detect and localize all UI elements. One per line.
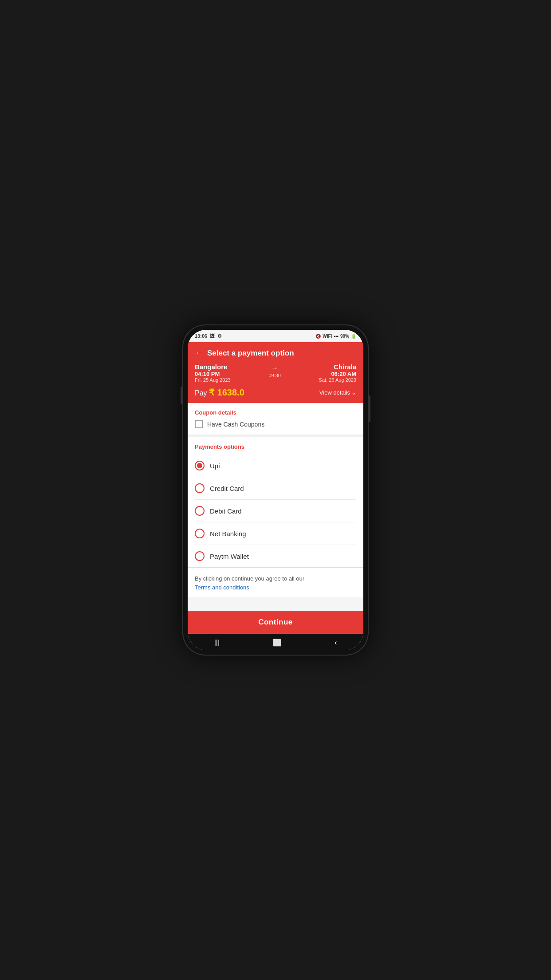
journey-info: Bangalore 04:10 PM Fri, 25 Aug 2023 → 09… (195, 363, 356, 383)
journey-duration: 09:30 (268, 373, 281, 378)
payment-option-debit-card[interactable]: Debit Card (195, 500, 356, 522)
terms-text: By clicking on continue you agree to all… (195, 575, 304, 582)
mute-icon: 🔇 (315, 334, 321, 339)
payment-options-section: Payments options Upi Credit Card Debit (188, 437, 363, 567)
volume-button (181, 387, 182, 404)
recent-apps-icon[interactable]: ||| (214, 639, 220, 647)
coupon-section: Coupon details Have Cash Coupons (188, 403, 363, 435)
terms-section: By clicking on continue you agree to all… (188, 568, 363, 597)
back-nav-icon[interactable]: ‹ (335, 639, 337, 647)
page-title: Select a payment option (207, 349, 294, 358)
pay-amount: ₹ 1638.0 (209, 387, 244, 397)
radio-paytm-wallet[interactable] (195, 551, 205, 561)
coupon-row[interactable]: Have Cash Coupons (195, 420, 356, 435)
payment-label-upi: Upi (210, 462, 220, 470)
radio-credit-card[interactable] (195, 483, 205, 493)
radio-debit-card[interactable] (195, 506, 205, 516)
status-bar: 13:06 🖼 ⚙ 🔇 WiFi ▪▪▪ 90% 🔋 (188, 330, 363, 342)
terms-link[interactable]: Terms and conditions (195, 584, 356, 591)
home-icon[interactable]: ⬜ (273, 638, 282, 647)
signal-icon: ▪▪▪ (334, 334, 338, 339)
main-content: Coupon details Have Cash Coupons Payment… (188, 403, 363, 611)
pay-row: Pay ₹ 1638.0 View details ⌄ (195, 387, 356, 398)
radio-net-banking[interactable] (195, 529, 205, 538)
app-header: ← Select a payment option Bangalore 04:1… (188, 342, 363, 403)
wifi-icon: WiFi (323, 334, 332, 339)
phone-screen: 13:06 🖼 ⚙ 🔇 WiFi ▪▪▪ 90% 🔋 ← Select a pa… (188, 330, 363, 650)
payment-option-paytm-wallet[interactable]: Paytm Wallet (195, 545, 356, 567)
coupon-section-title: Coupon details (195, 409, 356, 416)
power-button (369, 395, 370, 422)
coupon-checkbox[interactable] (195, 420, 203, 428)
journey-middle: → 09:30 (268, 363, 281, 378)
dest-city: Chirala (319, 363, 356, 371)
nav-bar: ||| ⬜ ‹ (188, 634, 363, 650)
payment-label-paytm-wallet: Paytm Wallet (210, 553, 249, 560)
pay-label: Pay (195, 389, 207, 397)
back-button[interactable]: ← (195, 348, 203, 358)
payment-section-title: Payments options (195, 443, 356, 450)
origin-date: Fri, 25 Aug 2023 (195, 377, 231, 383)
status-left: 13:06 🖼 ⚙ (195, 333, 222, 339)
payment-label-net-banking: Net Banking (210, 530, 246, 537)
dest-time: 06:20 AM (319, 371, 356, 377)
journey-destination: Chirala 06:20 AM Sat, 26 Aug 2023 (319, 363, 356, 383)
phone-frame: 13:06 🖼 ⚙ 🔇 WiFi ▪▪▪ 90% 🔋 ← Select a pa… (182, 324, 369, 656)
origin-city: Bangalore (195, 363, 231, 371)
journey-origin: Bangalore 04:10 PM Fri, 25 Aug 2023 (195, 363, 231, 383)
time-display: 13:06 (195, 333, 207, 339)
origin-time: 04:10 PM (195, 371, 231, 377)
battery-icon: 🔋 (351, 334, 356, 339)
header-nav: ← Select a payment option (195, 348, 356, 358)
chevron-down-icon: ⌄ (351, 389, 356, 396)
pay-info: Pay ₹ 1638.0 (195, 387, 244, 398)
dest-date: Sat, 26 Aug 2023 (319, 377, 356, 383)
coupon-label: Have Cash Coupons (207, 421, 264, 428)
payment-option-upi[interactable]: Upi (195, 454, 356, 477)
payment-label-credit-card: Credit Card (210, 485, 244, 492)
radio-upi[interactable] (195, 461, 205, 470)
sync-icon: ⚙ (217, 333, 222, 339)
continue-button[interactable]: Continue (188, 611, 363, 634)
payment-option-credit-card[interactable]: Credit Card (195, 477, 356, 500)
view-details-label: View details (319, 389, 350, 396)
status-right: 🔇 WiFi ▪▪▪ 90% 🔋 (315, 334, 356, 339)
view-details-button[interactable]: View details ⌄ (319, 389, 356, 396)
payment-option-net-banking[interactable]: Net Banking (195, 522, 356, 545)
spacer (188, 597, 363, 611)
radio-upi-inner (197, 463, 202, 468)
direction-arrow: → (271, 364, 278, 372)
gallery-icon: 🖼 (210, 333, 215, 339)
battery-display: 90% (340, 334, 349, 339)
payment-label-debit-card: Debit Card (210, 507, 242, 515)
